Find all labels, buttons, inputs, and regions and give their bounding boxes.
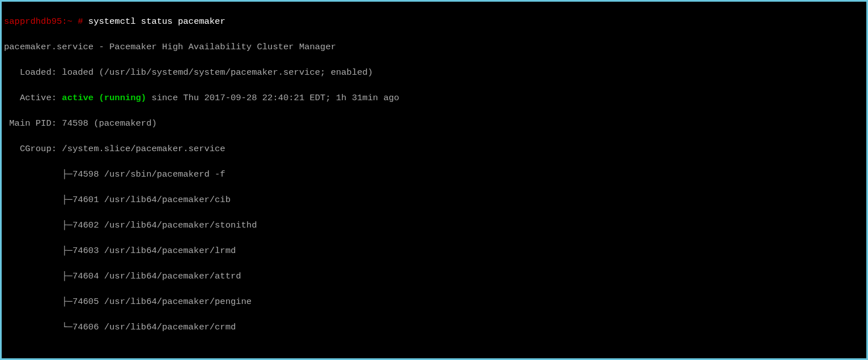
active-since: since Thu 2017-09-28 22:40:21 EDT; 1h 31…	[146, 93, 399, 103]
loaded-line: Loaded: loaded (/usr/lib/systemd/system/…	[4, 66, 864, 79]
prompt-hash: #	[78, 16, 83, 27]
tree-item: ├─74604 /usr/lib64/pacemaker/attrd	[4, 270, 864, 282]
loaded-value: loaded (/usr/lib/systemd/system/pacemake…	[62, 67, 373, 78]
prompt-host: sapprdhdb95:~	[4, 16, 78, 27]
tree-item: ├─74601 /usr/lib64/pacemaker/cib	[4, 194, 864, 206]
loaded-label: Loaded:	[4, 67, 62, 78]
command-line: sapprdhdb95:~ # systemctl status pacemak…	[4, 15, 864, 28]
terminal-window[interactable]: sapprdhdb95:~ # systemctl status pacemak…	[2, 2, 866, 358]
service-header: pacemaker.service - Pacemaker High Avail…	[4, 41, 864, 53]
pid-line: Main PID: 74598 (pacemakerd)	[4, 117, 864, 130]
tree-item: ├─74598 /usr/sbin/pacemakerd -f	[4, 168, 864, 181]
pid-label: Main PID:	[4, 118, 62, 128]
tree-item: └─74606 /usr/lib64/pacemaker/crmd	[4, 321, 864, 333]
pid-value: 74598 (pacemakerd)	[62, 118, 156, 128]
tree-item: ├─74605 /usr/lib64/pacemaker/pengine	[4, 295, 864, 308]
cgroup-label: CGroup:	[4, 144, 62, 154]
command-text: systemctl status pacemaker	[83, 16, 225, 27]
active-line: Active: active (running) since Thu 2017-…	[4, 92, 864, 104]
active-status: active (running)	[62, 93, 146, 103]
blank-line	[4, 346, 864, 358]
cgroup-value: /system.slice/pacemaker.service	[62, 144, 225, 154]
cgroup-line: CGroup: /system.slice/pacemaker.service	[4, 143, 864, 155]
tree-item: ├─74602 /usr/lib64/pacemaker/stonithd	[4, 219, 864, 232]
tree-item: ├─74603 /usr/lib64/pacemaker/lrmd	[4, 245, 864, 257]
active-label: Active:	[4, 93, 62, 103]
